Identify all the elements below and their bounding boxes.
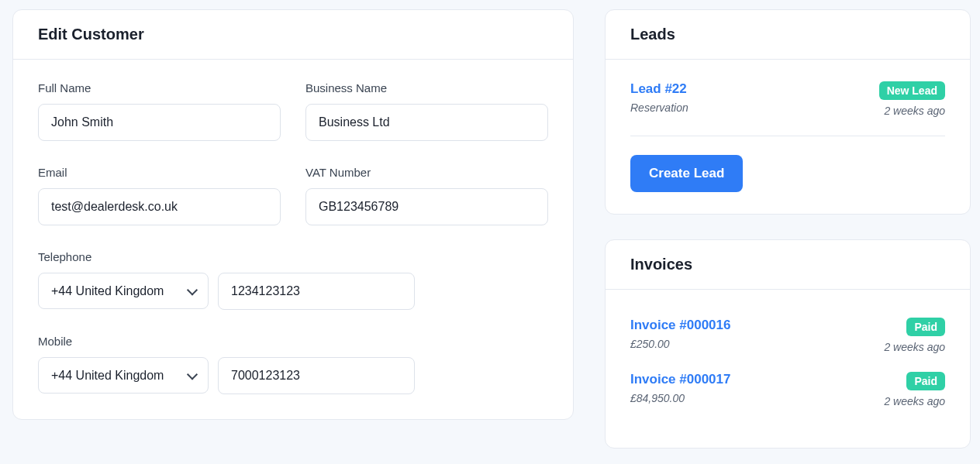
lead-link[interactable]: Lead #22: [630, 81, 688, 97]
full-name-label: Full Name: [38, 81, 281, 95]
lead-subtitle: Reservation: [630, 101, 688, 114]
mobile-country-select-wrap[interactable]: +44 United Kingdom: [38, 357, 209, 394]
invoice-amount: £84,950.00: [630, 392, 730, 404]
leads-header: Leads: [606, 10, 970, 60]
telephone-country-select[interactable]: +44 United Kingdom: [38, 273, 209, 309]
leads-title: Leads: [630, 26, 945, 43]
business-name-input[interactable]: [305, 104, 548, 141]
invoice-status-badge: Paid: [906, 318, 945, 336]
create-lead-button[interactable]: Create Lead: [630, 155, 743, 192]
full-name-input[interactable]: [38, 104, 281, 141]
mobile-label: Mobile: [38, 335, 548, 348]
invoice-item: Invoice #000017 £84,950.00 Paid 2 weeks …: [630, 372, 945, 426]
business-name-label: Business Name: [305, 81, 548, 95]
telephone-number-input[interactable]: [218, 273, 415, 310]
vat-number-label: VAT Number: [305, 166, 548, 179]
invoice-status-badge: Paid: [906, 372, 945, 390]
telephone-country-select-wrap[interactable]: +44 United Kingdom: [38, 273, 209, 310]
invoices-header: Invoices: [606, 240, 970, 290]
invoice-time: 2 weeks ago: [884, 395, 945, 407]
telephone-label: Telephone: [38, 250, 548, 263]
invoice-time: 2 weeks ago: [884, 341, 945, 353]
leads-card: Leads Lead #22 Reservation New Lead 2 we…: [605, 9, 971, 215]
lead-item: Lead #22 Reservation New Lead 2 weeks ag…: [630, 78, 945, 136]
invoice-amount: £250.00: [630, 338, 730, 350]
mobile-country-select[interactable]: +44 United Kingdom: [38, 357, 209, 394]
email-input[interactable]: [38, 188, 281, 225]
mobile-number-input[interactable]: [218, 357, 415, 394]
edit-customer-title: Edit Customer: [38, 26, 548, 43]
invoice-link[interactable]: Invoice #000016: [630, 318, 730, 333]
vat-number-input[interactable]: [305, 188, 548, 225]
edit-customer-header: Edit Customer: [13, 10, 573, 60]
lead-status-badge: New Lead: [879, 81, 945, 100]
edit-customer-card: Edit Customer Full Name Business Name Em…: [12, 9, 574, 420]
lead-time: 2 weeks ago: [884, 105, 945, 117]
email-label: Email: [38, 166, 281, 179]
invoices-card: Invoices Invoice #000016 £250.00 Paid 2 …: [605, 239, 971, 449]
invoice-item: Invoice #000016 £250.00 Paid 2 weeks ago: [630, 318, 945, 372]
invoice-link[interactable]: Invoice #000017: [630, 372, 730, 387]
invoices-title: Invoices: [630, 256, 945, 273]
